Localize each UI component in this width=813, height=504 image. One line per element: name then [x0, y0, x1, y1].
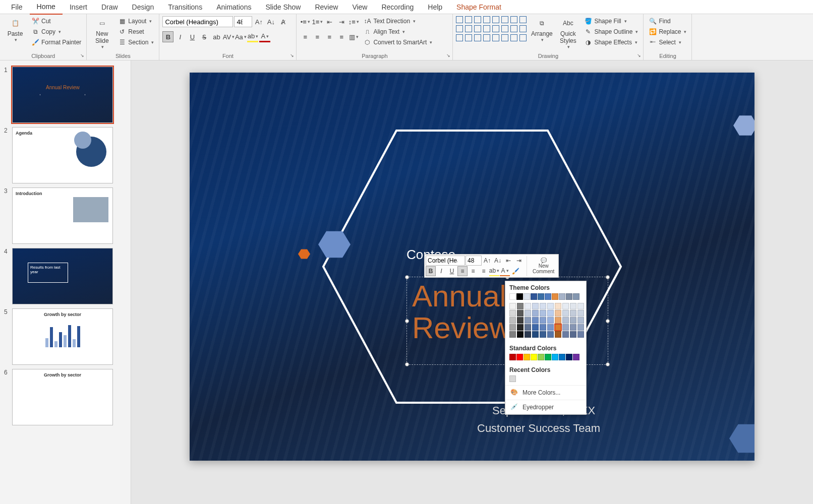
- justify-button[interactable]: ≡: [336, 31, 347, 42]
- format-painter-button[interactable]: 🖌️Format Painter: [29, 37, 83, 47]
- mini-highlight[interactable]: ab: [489, 266, 499, 276]
- columns-button[interactable]: ▥: [348, 31, 359, 42]
- mini-grow-font[interactable]: A↑: [482, 256, 492, 266]
- color-swatch[interactable]: [552, 293, 558, 300]
- shrink-font-button[interactable]: A↓: [265, 16, 276, 27]
- inc-indent-button[interactable]: ⇥: [336, 16, 347, 27]
- thumb-4[interactable]: Results from last year: [12, 248, 113, 304]
- color-swatch[interactable]: [562, 324, 569, 331]
- color-swatch[interactable]: [555, 303, 561, 309]
- color-swatch[interactable]: [540, 303, 546, 309]
- thumb-6[interactable]: Growth by sector: [12, 369, 113, 425]
- color-swatch[interactable]: [577, 324, 584, 331]
- tab-slideshow[interactable]: Slide Show: [258, 0, 308, 14]
- select-button[interactable]: ⭰Select: [647, 37, 688, 47]
- mini-new-comment[interactable]: 💬 New Comment: [530, 257, 557, 275]
- thumb-2[interactable]: Agenda: [12, 127, 113, 183]
- tab-file[interactable]: File: [4, 0, 30, 14]
- grow-font-button[interactable]: A↑: [253, 16, 264, 27]
- color-swatch[interactable]: [538, 293, 544, 300]
- color-swatch[interactable]: [545, 354, 551, 360]
- color-swatch[interactable]: [517, 317, 524, 324]
- shadow-button[interactable]: ab: [211, 31, 222, 42]
- color-swatch[interactable]: [538, 354, 544, 360]
- color-swatch[interactable]: [525, 310, 531, 317]
- color-swatch[interactable]: [562, 331, 569, 338]
- color-swatch[interactable]: [540, 324, 546, 331]
- color-swatch[interactable]: [517, 310, 524, 317]
- color-swatch[interactable]: [509, 375, 516, 382]
- color-swatch[interactable]: [566, 293, 572, 300]
- drawing-launcher[interactable]: ↘: [636, 53, 642, 59]
- slide-canvas-area[interactable]: Contoso Annual Review September 10, 20XX…: [131, 60, 813, 504]
- color-swatch[interactable]: [555, 331, 561, 338]
- color-swatch[interactable]: [509, 293, 516, 300]
- shape-effects-button[interactable]: ◑Shape Effects: [582, 37, 640, 47]
- dec-indent-button[interactable]: ⇤: [324, 16, 335, 27]
- color-swatch[interactable]: [555, 310, 561, 317]
- color-swatch[interactable]: [524, 293, 530, 300]
- numbering-button[interactable]: 1≡: [312, 16, 323, 27]
- mini-shrink-font[interactable]: A↓: [493, 256, 503, 266]
- color-swatch[interactable]: [509, 310, 516, 317]
- mini-italic[interactable]: I: [436, 266, 446, 276]
- color-swatch[interactable]: [562, 310, 569, 317]
- find-button[interactable]: 🔍Find: [647, 16, 688, 26]
- align-left-button[interactable]: ≡: [300, 31, 311, 42]
- color-swatch[interactable]: [532, 324, 539, 331]
- reset-button[interactable]: ↺Reset: [116, 27, 156, 37]
- color-swatch[interactable]: [566, 354, 572, 360]
- color-swatch[interactable]: [547, 310, 554, 317]
- color-swatch[interactable]: [562, 303, 569, 309]
- mini-font-name[interactable]: [426, 256, 465, 266]
- thumb-5[interactable]: Growth by sector: [12, 308, 113, 365]
- change-case-button[interactable]: Aa: [235, 31, 246, 42]
- mini-font-size[interactable]: [466, 256, 482, 266]
- color-swatch[interactable]: [531, 354, 537, 360]
- color-swatch[interactable]: [540, 317, 546, 324]
- tab-shape-format[interactable]: Shape Format: [449, 0, 508, 14]
- color-swatch[interactable]: [559, 354, 565, 360]
- tab-help[interactable]: Help: [421, 0, 449, 14]
- mini-align-center[interactable]: ≡: [468, 266, 478, 276]
- color-swatch[interactable]: [547, 324, 554, 331]
- mini-dec-indent[interactable]: ⇤: [503, 256, 513, 266]
- thumb-3[interactable]: Introduction: [12, 187, 113, 244]
- shape-outline-button[interactable]: ✎Shape Outline: [582, 27, 640, 37]
- color-swatch[interactable]: [570, 317, 576, 324]
- paragraph-launcher[interactable]: ↘: [445, 53, 451, 59]
- char-spacing-button[interactable]: AV: [223, 31, 234, 42]
- tab-transitions[interactable]: Transitions: [161, 0, 209, 14]
- color-swatch[interactable]: [532, 310, 539, 317]
- color-swatch[interactable]: [525, 303, 531, 309]
- bold-button[interactable]: B: [162, 31, 173, 42]
- color-swatch[interactable]: [570, 303, 576, 309]
- color-swatch[interactable]: [555, 317, 561, 324]
- font-name-select[interactable]: [162, 16, 233, 27]
- color-swatch[interactable]: [525, 317, 531, 324]
- clear-format-button[interactable]: A̷: [277, 16, 288, 27]
- color-swatch[interactable]: [570, 331, 576, 338]
- bullets-button[interactable]: •≡: [300, 16, 311, 27]
- tab-insert[interactable]: Insert: [63, 0, 94, 14]
- color-swatch[interactable]: [525, 324, 531, 331]
- color-swatch[interactable]: [509, 303, 516, 309]
- strike-button[interactable]: S̶: [199, 31, 210, 42]
- font-size-select[interactable]: [234, 16, 252, 27]
- color-swatch[interactable]: [509, 324, 516, 331]
- clipboard-launcher[interactable]: ↘: [79, 53, 85, 59]
- tab-review[interactable]: Review: [308, 0, 345, 14]
- shape-fill-button[interactable]: 🪣Shape Fill: [582, 16, 640, 26]
- color-swatch[interactable]: [531, 293, 537, 300]
- color-swatch[interactable]: [577, 303, 584, 309]
- color-swatch[interactable]: [577, 317, 584, 324]
- tab-design[interactable]: Design: [125, 0, 161, 14]
- color-swatch[interactable]: [525, 331, 531, 338]
- italic-button[interactable]: I: [175, 31, 186, 42]
- color-swatch[interactable]: [559, 293, 565, 300]
- mini-align-left[interactable]: ≡: [457, 266, 468, 276]
- more-colors-button[interactable]: 🎨More Colors...: [505, 385, 586, 400]
- color-swatch[interactable]: [570, 310, 576, 317]
- tab-draw[interactable]: Draw: [94, 0, 125, 14]
- tab-home[interactable]: Home: [30, 0, 63, 15]
